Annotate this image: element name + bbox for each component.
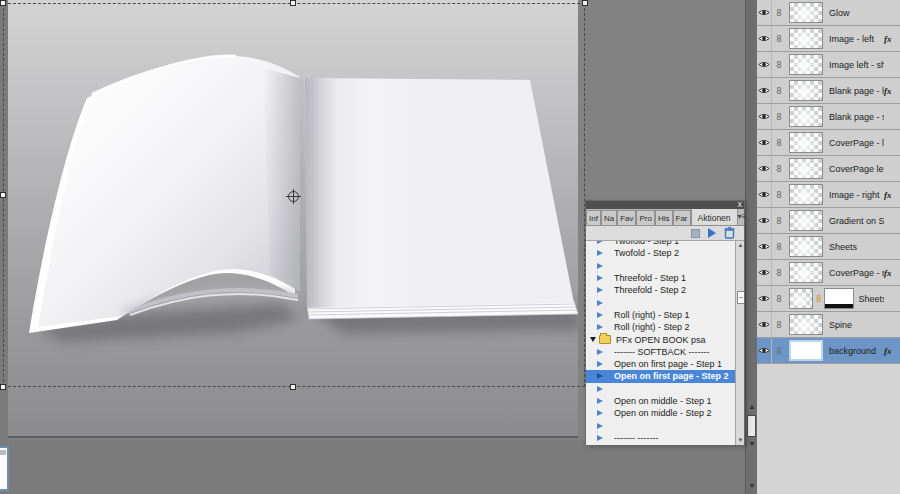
play-triangle-icon[interactable] xyxy=(597,349,603,355)
layer-name[interactable]: Gradient on Sheets xyxy=(829,216,884,226)
layer-name[interactable]: Image - right xyxy=(829,190,884,200)
tab-fav[interactable]: Fav xyxy=(617,210,636,225)
visibility-eye-icon[interactable] xyxy=(757,78,772,103)
tab-his[interactable]: His xyxy=(655,210,673,225)
actions-panel-titlebar[interactable]: x xyxy=(586,201,744,209)
visibility-eye-icon[interactable] xyxy=(757,182,772,207)
layer-row[interactable]: 8Spine xyxy=(757,312,900,338)
action-row[interactable] xyxy=(586,383,735,395)
link-chain-icon[interactable]: 8 xyxy=(772,320,786,330)
layer-thumbnail[interactable] xyxy=(789,28,823,49)
action-row[interactable] xyxy=(586,296,735,308)
play-triangle-icon[interactable] xyxy=(597,386,603,392)
mask-link-icon[interactable]: 8 xyxy=(816,294,821,304)
link-chain-icon[interactable]: 8 xyxy=(772,34,786,44)
visibility-eye-icon[interactable] xyxy=(757,104,772,129)
layer-name[interactable]: Image - left xyxy=(829,34,884,44)
link-chain-icon[interactable]: 8 xyxy=(772,138,786,148)
transform-reference-point[interactable] xyxy=(288,191,299,202)
layer-thumbnail[interactable] xyxy=(789,210,823,231)
transform-handle-top-right[interactable] xyxy=(582,0,588,6)
layer-thumbnail[interactable] xyxy=(789,106,823,127)
layer-row[interactable]: 8Glow xyxy=(757,0,900,26)
play-triangle-icon[interactable] xyxy=(597,250,603,256)
visibility-eye-icon[interactable] xyxy=(757,234,772,259)
layer-name[interactable]: Sheets... xyxy=(858,294,884,304)
layer-row[interactable]: 8CoverPage left - sha... xyxy=(757,156,900,182)
actions-scrollbar[interactable]: ▲ ▼ xyxy=(735,241,744,445)
play-triangle-icon[interactable] xyxy=(597,287,603,293)
window-scrollbar-thumb[interactable] xyxy=(747,415,756,437)
play-triangle-icon[interactable] xyxy=(597,312,603,318)
visibility-eye-icon[interactable] xyxy=(757,156,772,181)
play-triangle-icon[interactable] xyxy=(597,241,603,244)
link-chain-icon[interactable]: 8 xyxy=(772,60,786,70)
play-triangle-icon[interactable] xyxy=(597,275,603,281)
layer-name[interactable]: Spine xyxy=(829,320,884,330)
layer-row[interactable]: 8Image - rightfx xyxy=(757,182,900,208)
visibility-eye-icon[interactable] xyxy=(757,130,772,155)
layer-name[interactable]: Blank page - shadow xyxy=(829,112,884,122)
action-row[interactable]: ------- ------- xyxy=(586,432,735,444)
layer-row[interactable]: 8backgroundfx xyxy=(757,338,900,364)
link-chain-icon[interactable]: 8 xyxy=(772,8,786,18)
layer-thumbnail[interactable] xyxy=(789,288,813,309)
action-row[interactable]: Open on first page - Step 2 xyxy=(586,370,735,382)
play-icon[interactable] xyxy=(708,228,716,238)
layer-name[interactable]: Glow xyxy=(829,8,884,18)
fx-icon[interactable]: fx xyxy=(884,190,900,200)
visibility-eye-icon[interactable] xyxy=(757,312,772,337)
tab-pro[interactable]: Pro xyxy=(636,210,654,225)
layer-thumbnail[interactable] xyxy=(789,158,823,179)
play-triangle-icon[interactable] xyxy=(597,435,603,441)
fx-icon[interactable]: fx xyxy=(884,268,900,278)
action-row[interactable]: Twofold - Step 2 xyxy=(586,247,735,259)
layer-thumbnail[interactable] xyxy=(789,132,823,153)
layer-thumbnail[interactable] xyxy=(789,2,823,23)
visibility-eye-icon[interactable] xyxy=(757,0,772,25)
expand-arrow-icon[interactable] xyxy=(590,337,596,342)
layer-row[interactable]: 8Sheets xyxy=(757,234,900,260)
link-chain-icon[interactable]: 8 xyxy=(772,216,786,226)
transform-handle-bottom-center[interactable] xyxy=(290,384,296,390)
link-chain-icon[interactable]: 8 xyxy=(772,112,786,122)
link-chain-icon[interactable]: 8 xyxy=(772,242,786,252)
actions-scrollbar-thumb[interactable] xyxy=(737,291,745,304)
visibility-eye-icon[interactable] xyxy=(757,260,772,285)
trash-icon[interactable] xyxy=(724,227,735,239)
layer-thumbnail[interactable] xyxy=(789,184,823,205)
layer-thumbnail[interactable] xyxy=(789,54,823,75)
visibility-eye-icon[interactable] xyxy=(757,338,772,363)
link-chain-icon[interactable]: 8 xyxy=(772,190,786,200)
layer-name[interactable]: Image left - shadow xyxy=(829,60,884,70)
visibility-eye-icon[interactable] xyxy=(757,286,772,311)
panel-menu-icon[interactable]: ▾≡ xyxy=(738,210,747,225)
visibility-eye-icon[interactable] xyxy=(757,26,772,51)
scroll-up-icon[interactable]: ▲ xyxy=(736,241,744,250)
transform-handle-top-center[interactable] xyxy=(290,0,296,6)
action-row[interactable] xyxy=(586,419,735,431)
close-icon[interactable]: x xyxy=(738,199,743,209)
layer-row[interactable]: 8CoverPage - rightfx xyxy=(757,260,900,286)
action-row[interactable] xyxy=(586,260,735,272)
layer-row[interactable]: 8Blank page - shadow xyxy=(757,104,900,130)
link-chain-icon[interactable]: 8 xyxy=(772,268,786,278)
docked-thumbnail[interactable] xyxy=(0,446,9,491)
layer-row[interactable]: 8Image left - shadow xyxy=(757,52,900,78)
play-triangle-icon[interactable] xyxy=(597,300,603,306)
layer-thumbnail[interactable] xyxy=(789,314,823,335)
layer-name[interactable]: background xyxy=(829,346,884,356)
transform-handle-middle-left[interactable] xyxy=(0,192,6,198)
action-row[interactable]: ------- SOFTBACK ------- xyxy=(586,346,735,358)
fx-icon[interactable]: fx xyxy=(884,34,900,44)
play-triangle-icon[interactable] xyxy=(597,398,603,404)
visibility-eye-icon[interactable] xyxy=(757,208,772,233)
document-canvas[interactable] xyxy=(8,0,578,438)
layer-row[interactable]: 8Blank page - leftfx xyxy=(757,78,900,104)
play-triangle-icon[interactable] xyxy=(597,324,603,330)
layer-name[interactable]: Blank page - left xyxy=(829,86,884,96)
tab-far[interactable]: Far xyxy=(673,210,691,225)
play-triangle-icon[interactable] xyxy=(597,361,603,367)
layer-name[interactable]: Sheets xyxy=(829,242,884,252)
layer-row[interactable]: 8Image - leftfx xyxy=(757,26,900,52)
